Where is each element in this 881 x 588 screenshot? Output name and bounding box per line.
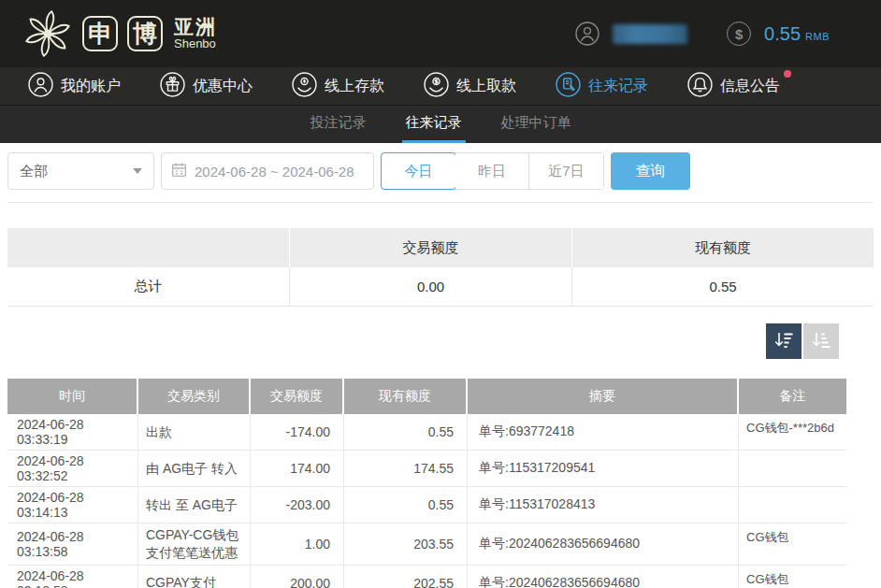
cell-type: CGPAY支付	[138, 566, 251, 588]
type-select-value: 全部	[20, 163, 48, 180]
withdraw-icon	[424, 72, 449, 101]
nav-item-announcements[interactable]: 信息公告	[687, 72, 780, 101]
tab-betting-records[interactable]: 投注记录	[307, 106, 370, 143]
cell-type: 由 AG电子 转入	[138, 451, 251, 486]
cell-time: 2024-06-28 03:14:13	[7, 487, 138, 523]
brand-subtitle: Shenbo	[174, 37, 217, 50]
cell-type: 出款	[138, 414, 251, 450]
cell-type: 转出 至 AG电子	[138, 487, 251, 523]
today-button[interactable]: 今日	[381, 152, 456, 190]
record-subtabs: 投注记录 往来记录 处理中订单	[0, 106, 881, 143]
summary-header-amount: 交易额度	[290, 228, 572, 267]
table-row: 2024-06-28 03:13:58 CGPAY支付 200.00 202.5…	[7, 566, 846, 588]
table-row: 2024-06-28 03:14:13 转出 至 AG电子 -203.00 0.…	[7, 487, 846, 523]
search-button[interactable]: 查询	[611, 152, 690, 190]
notification-badge	[784, 70, 791, 78]
cell-balance: 203.55	[344, 523, 468, 565]
nav-label: 信息公告	[720, 77, 780, 96]
cell-remark	[739, 451, 846, 486]
brand-region: 亚洲	[174, 17, 217, 37]
brand-char-shen: 申	[82, 16, 118, 51]
cell-balance: 174.55	[344, 451, 468, 486]
cell-summary: 单号:115317209541	[468, 451, 739, 486]
table-row: 2024-06-28 03:13:58 CGPAY-CG钱包支付笔笔送优惠 1.…	[7, 523, 846, 566]
records-header-row: 时间 交易类别 交易额度 现有额度 摘要 备注	[7, 379, 846, 414]
sort-controls	[7, 323, 839, 359]
top-header: 申 博 亚洲 Shenbo $ 0.55 RMB	[0, 0, 881, 67]
cell-remark: CG钱包-***2b6d	[739, 414, 846, 450]
cell-summary: 单号:115317028413	[468, 487, 739, 523]
user-icon	[28, 72, 53, 101]
cell-amount: 200.00	[251, 566, 344, 588]
summary-total-balance: 0.55	[572, 267, 874, 306]
nav-label: 线上存款	[325, 77, 384, 96]
flower-logo-icon	[22, 8, 73, 59]
type-select[interactable]: 全部	[7, 152, 154, 190]
sort-ascending-icon	[811, 330, 831, 353]
user-avatar-icon[interactable]	[575, 22, 599, 46]
chevron-down-icon	[133, 168, 142, 174]
filter-bar: 全部 2024-06-28 ~ 2024-06-28 今日 昨日 近7日 查询	[7, 152, 874, 190]
cell-remark	[739, 487, 846, 523]
cell-balance: 202.55	[344, 566, 468, 588]
cell-summary: 单号:202406283656694680	[468, 523, 739, 565]
brand-logo[interactable]: 申 博 亚洲 Shenbo	[22, 8, 217, 59]
cell-amount: -203.00	[251, 487, 344, 523]
username-redacted[interactable]	[613, 24, 687, 44]
nav-item-promotions[interactable]: 优惠中心	[160, 72, 253, 101]
table-row: 2024-06-28 03:33:19 出款 -174.00 0.55 单号:6…	[7, 414, 846, 451]
date-range-value: 2024-06-28 ~ 2024-06-28	[195, 164, 354, 179]
sort-descending-icon	[773, 330, 794, 353]
cell-amount: 1.00	[251, 523, 344, 565]
cell-balance: 0.55	[344, 487, 468, 523]
summary-total-amount: 0.00	[290, 267, 572, 306]
cell-time: 2024-06-28 03:13:58	[7, 566, 138, 588]
col-header-remark: 备注	[739, 379, 846, 414]
date-range-input[interactable]: 2024-06-28 ~ 2024-06-28	[161, 152, 374, 190]
summary-header-empty	[7, 228, 290, 267]
cell-remark: CG钱包	[739, 523, 846, 565]
yesterday-button[interactable]: 昨日	[455, 153, 529, 189]
cell-time: 2024-06-28 03:33:19	[7, 414, 138, 450]
sort-ascending-button[interactable]	[803, 323, 839, 359]
cell-summary: 单号:202406283656694680	[468, 566, 739, 588]
nav-item-my-account[interactable]: 我的账户	[28, 72, 121, 101]
col-header-type: 交易类别	[138, 379, 251, 414]
nav-label: 线上取款	[456, 77, 516, 96]
nav-item-withdraw[interactable]: 线上取款	[424, 72, 516, 101]
col-header-time: 时间	[7, 379, 138, 414]
calendar-icon	[171, 162, 187, 180]
main-nav: 我的账户 优惠中心 线上存款	[0, 67, 881, 106]
sort-descending-button[interactable]	[766, 323, 802, 359]
col-header-balance: 现有额度	[344, 379, 468, 414]
cell-amount: 174.00	[251, 451, 344, 486]
transaction-records-icon	[556, 72, 581, 101]
nav-item-deposit[interactable]: 线上存款	[292, 72, 384, 101]
tab-pending-orders[interactable]: 处理中订单	[498, 106, 575, 143]
cell-balance: 0.55	[344, 414, 468, 450]
nav-item-transaction-records[interactable]: 往来记录	[556, 72, 648, 101]
records-table: 时间 交易类别 交易额度 现有额度 摘要 备注 2024-06-28 03:33…	[7, 379, 846, 588]
balance-display[interactable]: 0.55 RMB	[764, 23, 830, 45]
nav-label: 我的账户	[61, 77, 121, 96]
summary-total-row: 总计 0.00 0.55	[7, 267, 874, 307]
deposit-icon	[292, 72, 317, 101]
summary-table: 交易额度 现有额度 总计 0.00 0.55	[7, 228, 874, 307]
col-header-summary: 摘要	[468, 379, 739, 414]
last7days-button[interactable]: 近7日	[529, 153, 603, 189]
col-header-amount: 交易额度	[251, 379, 344, 414]
balance-amount: 0.55	[764, 23, 801, 45]
cell-time: 2024-06-28 03:32:52	[7, 451, 138, 486]
bell-icon	[687, 72, 713, 101]
nav-label: 优惠中心	[193, 77, 253, 96]
summary-header-row: 交易额度 现有额度	[7, 228, 874, 267]
summary-total-label: 总计	[7, 267, 290, 306]
gift-icon	[160, 72, 185, 101]
cell-amount: -174.00	[251, 414, 344, 450]
quick-date-group: 今日 昨日 近7日	[381, 152, 604, 190]
tab-transaction-records[interactable]: 往来记录	[402, 106, 466, 143]
balance-currency: RMB	[805, 31, 830, 42]
table-row: 2024-06-28 03:32:52 由 AG电子 转入 174.00 174…	[7, 451, 846, 487]
section-divider	[7, 202, 874, 203]
nav-label: 往来记录	[588, 77, 648, 96]
